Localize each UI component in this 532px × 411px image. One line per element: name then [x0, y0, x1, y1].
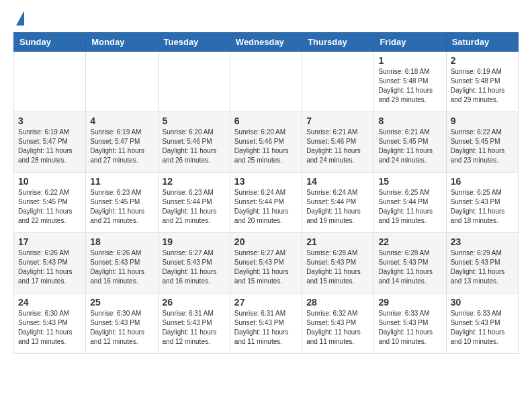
day-info: Sunrise: 6:23 AM Sunset: 5:45 PM Dayligh… — [90, 188, 153, 226]
day-info: Sunrise: 6:24 AM Sunset: 5:44 PM Dayligh… — [306, 188, 369, 226]
day-info: Sunrise: 6:31 AM Sunset: 5:43 PM Dayligh… — [163, 309, 226, 347]
day-info: Sunrise: 6:30 AM Sunset: 5:43 PM Dayligh… — [18, 309, 81, 347]
day-number: 14 — [306, 176, 369, 187]
day-number: 1 — [378, 55, 441, 66]
calendar-cell: 9Sunrise: 6:22 AM Sunset: 5:45 PM Daylig… — [446, 112, 518, 173]
day-number: 15 — [378, 176, 441, 187]
calendar-cell: 29Sunrise: 6:33 AM Sunset: 5:43 PM Dayli… — [374, 293, 446, 354]
calendar-cell: 4Sunrise: 6:19 AM Sunset: 5:47 PM Daylig… — [86, 112, 158, 173]
day-info: Sunrise: 6:24 AM Sunset: 5:44 PM Dayligh… — [234, 188, 298, 226]
column-header-wednesday: Wednesday — [230, 33, 302, 52]
calendar-cell: 17Sunrise: 6:26 AM Sunset: 5:43 PM Dayli… — [14, 233, 86, 293]
calendar-cell: 11Sunrise: 6:23 AM Sunset: 5:45 PM Dayli… — [86, 173, 158, 233]
day-info: Sunrise: 6:27 AM Sunset: 5:43 PM Dayligh… — [234, 248, 298, 286]
column-header-tuesday: Tuesday — [158, 33, 230, 52]
logo — [13, 13, 24, 26]
calendar-cell: 10Sunrise: 6:22 AM Sunset: 5:45 PM Dayli… — [14, 173, 86, 233]
day-info: Sunrise: 6:32 AM Sunset: 5:43 PM Dayligh… — [306, 309, 369, 347]
day-number: 6 — [234, 116, 298, 126]
day-info: Sunrise: 6:26 AM Sunset: 5:43 PM Dayligh… — [90, 248, 153, 286]
column-header-monday: Monday — [86, 33, 158, 52]
day-number: 3 — [18, 116, 81, 126]
calendar-cell — [86, 52, 158, 112]
day-number: 16 — [451, 176, 514, 187]
calendar-week-row: 1Sunrise: 6:18 AM Sunset: 5:48 PM Daylig… — [14, 52, 519, 112]
day-info: Sunrise: 6:20 AM Sunset: 5:46 PM Dayligh… — [234, 128, 298, 165]
day-number: 13 — [234, 176, 298, 187]
calendar-cell: 6Sunrise: 6:20 AM Sunset: 5:46 PM Daylig… — [230, 112, 302, 173]
day-info: Sunrise: 6:29 AM Sunset: 5:43 PM Dayligh… — [451, 248, 514, 286]
day-number: 5 — [163, 116, 226, 126]
day-info: Sunrise: 6:18 AM Sunset: 5:48 PM Dayligh… — [378, 67, 441, 105]
day-info: Sunrise: 6:22 AM Sunset: 5:45 PM Dayligh… — [18, 188, 81, 226]
day-number: 30 — [451, 297, 514, 308]
day-number: 9 — [451, 116, 514, 126]
calendar-cell: 13Sunrise: 6:24 AM Sunset: 5:44 PM Dayli… — [230, 173, 302, 233]
calendar-cell: 30Sunrise: 6:33 AM Sunset: 5:43 PM Dayli… — [446, 293, 518, 354]
day-number: 28 — [306, 297, 369, 308]
day-number: 17 — [18, 236, 81, 247]
day-number: 10 — [18, 176, 81, 187]
calendar-cell — [302, 52, 374, 112]
day-number: 21 — [306, 236, 369, 247]
calendar-cell: 1Sunrise: 6:18 AM Sunset: 5:48 PM Daylig… — [374, 52, 446, 112]
day-number: 19 — [163, 236, 226, 247]
calendar-cell: 27Sunrise: 6:31 AM Sunset: 5:43 PM Dayli… — [230, 293, 302, 354]
day-info: Sunrise: 6:33 AM Sunset: 5:43 PM Dayligh… — [378, 309, 441, 347]
calendar-week-row: 17Sunrise: 6:26 AM Sunset: 5:43 PM Dayli… — [14, 233, 519, 293]
calendar-cell: 19Sunrise: 6:27 AM Sunset: 5:43 PM Dayli… — [158, 233, 230, 293]
calendar-cell — [230, 52, 302, 112]
day-number: 22 — [378, 236, 441, 247]
calendar-cell: 24Sunrise: 6:30 AM Sunset: 5:43 PM Dayli… — [14, 293, 86, 354]
column-header-friday: Friday — [374, 33, 446, 52]
logo-triangle-icon — [16, 11, 24, 26]
calendar-week-row: 3Sunrise: 6:19 AM Sunset: 5:47 PM Daylig… — [14, 112, 519, 173]
day-number: 29 — [378, 297, 441, 308]
column-header-saturday: Saturday — [446, 33, 518, 52]
day-info: Sunrise: 6:27 AM Sunset: 5:43 PM Dayligh… — [163, 248, 226, 286]
calendar-cell: 15Sunrise: 6:25 AM Sunset: 5:44 PM Dayli… — [374, 173, 446, 233]
day-info: Sunrise: 6:23 AM Sunset: 5:44 PM Dayligh… — [163, 188, 226, 226]
day-number: 26 — [163, 297, 226, 308]
day-number: 7 — [306, 116, 369, 126]
day-info: Sunrise: 6:25 AM Sunset: 5:44 PM Dayligh… — [378, 188, 441, 226]
calendar-cell: 26Sunrise: 6:31 AM Sunset: 5:43 PM Dayli… — [158, 293, 230, 354]
column-header-sunday: Sunday — [14, 33, 86, 52]
day-info: Sunrise: 6:22 AM Sunset: 5:45 PM Dayligh… — [451, 128, 514, 165]
day-number: 18 — [90, 236, 153, 247]
day-info: Sunrise: 6:19 AM Sunset: 5:47 PM Dayligh… — [18, 128, 81, 165]
calendar-cell: 23Sunrise: 6:29 AM Sunset: 5:43 PM Dayli… — [446, 233, 518, 293]
day-number: 23 — [451, 236, 514, 247]
calendar-week-row: 10Sunrise: 6:22 AM Sunset: 5:45 PM Dayli… — [14, 173, 519, 233]
day-info: Sunrise: 6:19 AM Sunset: 5:47 PM Dayligh… — [90, 128, 153, 165]
calendar-header-row: SundayMondayTuesdayWednesdayThursdayFrid… — [14, 33, 519, 52]
day-info: Sunrise: 6:30 AM Sunset: 5:43 PM Dayligh… — [90, 309, 153, 347]
day-number: 27 — [234, 297, 298, 308]
day-number: 24 — [18, 297, 81, 308]
day-info: Sunrise: 6:33 AM Sunset: 5:43 PM Dayligh… — [451, 309, 514, 347]
day-info: Sunrise: 6:25 AM Sunset: 5:43 PM Dayligh… — [451, 188, 514, 226]
day-number: 2 — [451, 55, 514, 66]
calendar-table: SundayMondayTuesdayWednesdayThursdayFrid… — [13, 32, 519, 354]
day-number: 8 — [378, 116, 441, 126]
day-info: Sunrise: 6:21 AM Sunset: 5:45 PM Dayligh… — [378, 128, 441, 165]
calendar-cell: 5Sunrise: 6:20 AM Sunset: 5:46 PM Daylig… — [158, 112, 230, 173]
day-number: 20 — [234, 236, 298, 247]
calendar-cell: 7Sunrise: 6:21 AM Sunset: 5:46 PM Daylig… — [302, 112, 374, 173]
day-number: 4 — [90, 116, 153, 126]
calendar-cell: 21Sunrise: 6:28 AM Sunset: 5:43 PM Dayli… — [302, 233, 374, 293]
calendar-cell: 20Sunrise: 6:27 AM Sunset: 5:43 PM Dayli… — [230, 233, 302, 293]
calendar-cell: 28Sunrise: 6:32 AM Sunset: 5:43 PM Dayli… — [302, 293, 374, 354]
day-info: Sunrise: 6:19 AM Sunset: 5:48 PM Dayligh… — [451, 67, 514, 105]
calendar-cell: 25Sunrise: 6:30 AM Sunset: 5:43 PM Dayli… — [86, 293, 158, 354]
calendar-cell: 8Sunrise: 6:21 AM Sunset: 5:45 PM Daylig… — [374, 112, 446, 173]
day-number: 12 — [163, 176, 226, 187]
column-header-thursday: Thursday — [302, 33, 374, 52]
day-info: Sunrise: 6:20 AM Sunset: 5:46 PM Dayligh… — [163, 128, 226, 165]
calendar-cell: 16Sunrise: 6:25 AM Sunset: 5:43 PM Dayli… — [446, 173, 518, 233]
day-number: 11 — [90, 176, 153, 187]
calendar-cell: 12Sunrise: 6:23 AM Sunset: 5:44 PM Dayli… — [158, 173, 230, 233]
calendar-cell — [14, 52, 86, 112]
calendar-cell: 3Sunrise: 6:19 AM Sunset: 5:47 PM Daylig… — [14, 112, 86, 173]
day-number: 25 — [90, 297, 153, 308]
